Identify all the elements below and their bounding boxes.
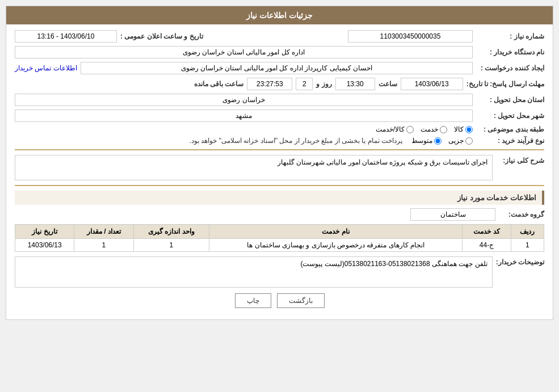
category-option-kala[interactable]: کالا <box>454 125 473 133</box>
buyer-org-label: نام دستگاه خریدار : <box>476 48 544 56</box>
col-row: ردیف <box>511 225 544 239</box>
reply-date-label: مهلت ارسال پاسخ: تا تاریخ: <box>466 80 544 88</box>
creator-label: ایجاد کننده درخواست : <box>476 64 544 72</box>
reply-time-value: 13:30 <box>335 78 375 90</box>
contact-link[interactable]: اطلاعات تماس خریدار <box>15 64 77 72</box>
buyer-notes-label: توضیحات خریدار: <box>496 256 544 266</box>
province-label: استان محل تحویل : <box>476 96 544 104</box>
purchase-type-label: نوع فرآیند خرید : <box>476 137 544 145</box>
need-number-value: 1103003450000035 <box>348 30 473 43</box>
cell-code: ج-44 <box>463 239 511 252</box>
reply-time-label: ساعت <box>379 80 397 88</box>
announce-date-value: 1403/06/10 - 13:16 <box>15 30 117 43</box>
service-group-value: ساختمان <box>410 208 495 221</box>
category-option-khedmat[interactable]: خدمت <box>421 125 447 133</box>
back-button[interactable]: بازگشت <box>277 293 325 308</box>
purchase-note: پرداخت تمام یا بخشی از مبلغ خریدار از مح… <box>190 137 402 145</box>
service-group-label: گروه خدمت: <box>499 210 544 218</box>
cell-name: انجام کارهای متفرقه درخصوص بازسازی و بهس… <box>209 239 463 252</box>
cell-date: 1403/06/13 <box>15 239 74 252</box>
col-quantity: تعداد / مقدار <box>74 225 133 239</box>
reply-date-value: 1403/06/13 <box>401 78 463 90</box>
city-label: شهر محل تحویل : <box>476 112 544 120</box>
cell-row: 1 <box>511 239 544 252</box>
col-unit: واحد اندازه گیری <box>133 225 209 239</box>
purchase-radio-group: جزیی متوسط <box>411 137 473 145</box>
buyer-notes-textarea[interactable] <box>15 256 493 288</box>
creator-value: احسان کیمیایی کارپرداز اداره کل امور مال… <box>81 62 473 74</box>
summary-textarea[interactable] <box>15 155 493 180</box>
summary-label: شرح کلی نیاز: <box>496 155 544 165</box>
cell-unit: 1 <box>133 239 209 252</box>
purchase-option-jozi[interactable]: جزیی <box>448 137 473 145</box>
reply-days-label: روز و <box>316 80 331 88</box>
cell-quantity: 1 <box>74 239 133 252</box>
announce-date-label: تاریخ و ساعت اعلان عمومی : <box>120 32 203 40</box>
category-option-kala-khedmat[interactable]: کالا/خدمت <box>376 125 414 133</box>
reply-remain-label: ساعت باقی مانده <box>194 80 244 88</box>
purchase-option-motavasset[interactable]: متوسط <box>411 137 442 145</box>
category-label: طبقه بندی موضوعی : <box>476 125 544 133</box>
services-table: ردیف کد خدمت نام خدمت واحد اندازه گیری ت… <box>15 224 544 252</box>
col-name: نام خدمت <box>209 225 463 239</box>
need-number-label: شماره نیاز : <box>476 32 544 40</box>
col-date: تاریخ نیاز <box>15 225 74 239</box>
reply-remain-value: 23:27:53 <box>247 78 292 90</box>
table-row: 1 ج-44 انجام کارهای متفرقه درخصوص بازساز… <box>15 239 544 252</box>
col-code: کد خدمت <box>463 225 511 239</box>
reply-days-value: 2 <box>296 78 313 90</box>
print-button[interactable]: چاپ <box>235 293 271 308</box>
city-value: مشهد <box>15 109 473 122</box>
button-row: بازگشت چاپ <box>15 293 544 308</box>
buyer-org-value: اداره کل امور مالیاتی استان خراسان رضوی <box>15 46 473 58</box>
province-value: خراسان رضوی <box>15 94 473 106</box>
page-title: جزئیات اطلاعات نیاز <box>6 6 553 24</box>
services-section-title: اطلاعات خدمات مورد نیاز <box>15 191 544 205</box>
category-radio-group: کالا خدمت کالا/خدمت <box>376 125 473 133</box>
